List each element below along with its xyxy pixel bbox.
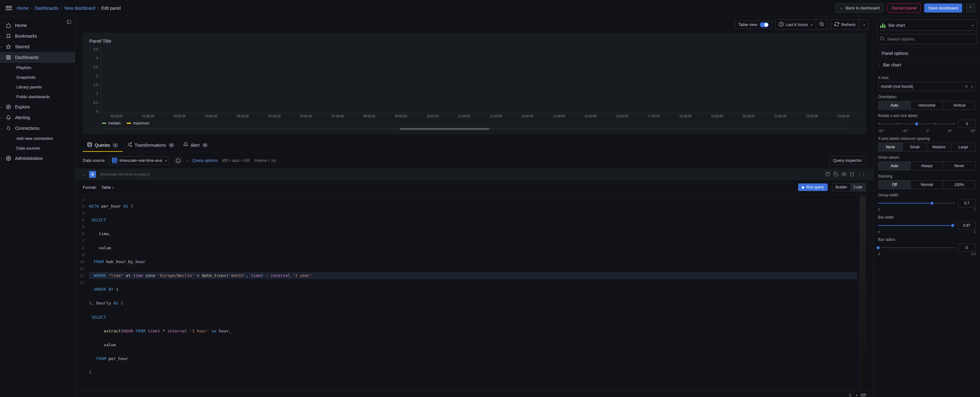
code-content[interactable]: WITH per_hour AS ( SELECT time, value FR… (89, 196, 857, 390)
tab-transformations[interactable]: Transformations 0 (123, 139, 179, 152)
breadcrumb-home[interactable]: Home (17, 6, 29, 11)
format-select[interactable]: Table (101, 185, 114, 190)
bar-radius-input[interactable] (958, 244, 975, 252)
visualization-picker[interactable]: Bar chart (877, 19, 977, 31)
chevron-right-icon[interactable]: › (186, 158, 188, 163)
braces-icon[interactable]: {} (849, 393, 851, 397)
duplicate-icon[interactable] (833, 172, 838, 177)
bar-width-input[interactable] (958, 222, 975, 230)
data-source-label: Data source (83, 158, 105, 163)
star-icon (6, 44, 11, 49)
spacing-small[interactable]: Small (903, 143, 928, 151)
menu-toggle-icon[interactable] (5, 5, 13, 12)
group-bar-chart[interactable]: ⌄ Bar chart (874, 59, 980, 70)
sql-editor[interactable]: 12345678910111213 WITH per_hour AS ( SEL… (75, 195, 873, 391)
chart-panel: Panel Title 3.532.521.510.50 00:00:0001:… (83, 33, 866, 134)
group-width-slider[interactable] (878, 200, 955, 206)
bar-radius-label: Bar radius (878, 238, 975, 242)
nav-starred[interactable]: › Starred (0, 41, 75, 52)
show-values-always[interactable]: Always (911, 162, 943, 170)
group-panel-options[interactable]: › Panel options (874, 47, 980, 59)
panel-title[interactable]: Panel Title (89, 38, 859, 44)
editor-minimap[interactable] (860, 196, 866, 390)
refresh-interval-dropdown[interactable] (859, 20, 868, 29)
nav-playlists[interactable]: Playlists (0, 63, 75, 72)
keyboard-icon[interactable]: ⌨ (861, 393, 866, 397)
legend-item-maximum[interactable]: maximum (127, 121, 149, 126)
trash-icon[interactable] (850, 172, 854, 177)
format-label: Format: (83, 185, 97, 190)
nav-alerting[interactable]: › Alerting (0, 112, 75, 123)
help-icon[interactable] (825, 172, 830, 177)
tab-alert[interactable]: Alert 0 (179, 139, 212, 152)
stacking-normal[interactable]: Normal (911, 181, 943, 189)
query-ref-id[interactable]: A (89, 171, 96, 178)
rotate-input[interactable] (958, 120, 975, 128)
nav-explore[interactable]: › Explore (0, 102, 75, 112)
nav-public-dashboards[interactable]: Public dashboards (0, 92, 75, 102)
chevron-down-icon[interactable] (854, 393, 858, 397)
query-inspector-button[interactable]: Query inspector (829, 156, 866, 165)
time-range-picker[interactable]: Last 6 hours (776, 20, 816, 29)
panel-chevron-up-button[interactable]: ⌃ (966, 3, 975, 13)
run-query-button[interactable]: ▶ Run query (798, 183, 828, 191)
orientation-auto[interactable]: Auto (878, 101, 911, 110)
slider-max: 1 (974, 208, 975, 211)
group-width-input[interactable] (958, 199, 975, 207)
nav-add-connection[interactable]: Add new connection (0, 134, 75, 143)
spacing-none[interactable]: None (878, 143, 903, 151)
chart-bars[interactable] (101, 47, 859, 113)
x-axis-select[interactable]: month (not found) ✕ (878, 82, 975, 91)
options-search-input[interactable]: Search options (877, 34, 977, 44)
data-source-info-button[interactable] (174, 156, 182, 165)
back-to-dashboard-button[interactable]: ← Back to dashboard (835, 3, 883, 13)
rotate-slider[interactable] (878, 121, 955, 127)
stacking-off[interactable]: Off (878, 181, 911, 189)
drag-handle-icon[interactable]: ⋮⋮ (858, 172, 866, 177)
breadcrumb-new-dashboard[interactable]: New dashboard (65, 6, 95, 11)
nav-connections[interactable]: ⌄ Connections (0, 123, 75, 134)
stacking-100[interactable]: 100% (943, 181, 975, 189)
chevron-right-icon: › (1, 157, 2, 160)
plug-icon (6, 126, 11, 131)
sidebar-collapse-icon[interactable] (67, 19, 74, 27)
query-options-link[interactable]: Query options (192, 158, 218, 163)
code-mode-button[interactable]: Code (850, 183, 865, 191)
zoom-out-button[interactable] (816, 20, 827, 29)
orientation-horizontal[interactable]: Horizontal (911, 101, 943, 110)
nav-bookmarks[interactable]: › Bookmarks (0, 31, 75, 41)
chart-legend: median maximum (89, 121, 859, 126)
bar-width-slider[interactable] (878, 222, 955, 229)
refresh-button[interactable]: Refresh (831, 20, 859, 29)
chevron-right-icon: › (1, 105, 2, 109)
nav-library-panels[interactable]: Library panels (0, 82, 75, 92)
horizontal-scrollbar[interactable] (102, 128, 847, 130)
spacing-large[interactable]: Large (951, 143, 975, 151)
nav-administration[interactable]: › Administration (0, 153, 75, 164)
clear-icon[interactable]: ✕ (965, 85, 968, 89)
query-row-header[interactable]: ⌄ A (timescale-real-time-analytics) ⋮⋮ (75, 169, 873, 180)
nav-home[interactable]: Home (0, 20, 75, 31)
nav-snapshots[interactable]: Snapshots (0, 72, 75, 82)
nav-data-sources[interactable]: Data sources (0, 143, 75, 153)
discard-panel-button[interactable]: Discard panel (888, 3, 921, 13)
table-view-toggle[interactable]: Table view (735, 21, 772, 29)
play-icon: ▶ (802, 185, 805, 190)
nav-label: Snapshots (16, 75, 35, 80)
breadcrumb-dashboards[interactable]: Dashboards (35, 6, 59, 11)
legend-item-median[interactable]: median (102, 121, 120, 126)
spacing-medium[interactable]: Medium (927, 143, 951, 151)
time-range-label: Last 6 hours (786, 22, 808, 27)
data-source-picker[interactable]: timescale-real-time-ana (109, 156, 170, 165)
nav-dashboards[interactable]: ⌄ Dashboards (0, 52, 75, 63)
eye-icon[interactable] (842, 172, 846, 177)
builder-mode-button[interactable]: Builder (832, 183, 850, 191)
tab-queries[interactable]: Queries 1 (83, 139, 123, 152)
save-dashboard-button[interactable]: Save dashboard (924, 3, 962, 13)
nav-label: Starred (15, 44, 29, 49)
orientation-vertical[interactable]: Vertical (943, 101, 975, 110)
bar-radius-slider[interactable] (878, 245, 955, 251)
show-values-never[interactable]: Never (943, 162, 975, 170)
show-values-auto[interactable]: Auto (878, 162, 911, 170)
switch-icon (760, 22, 769, 27)
